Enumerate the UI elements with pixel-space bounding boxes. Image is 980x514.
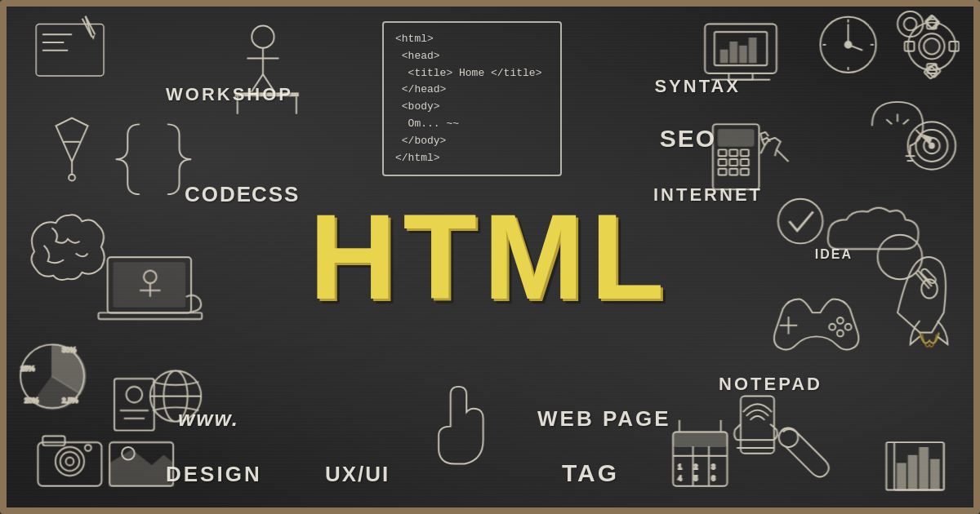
svg-point-129 — [837, 330, 844, 337]
svg-text:2: 2 — [693, 463, 697, 471]
svg-text:30%: 30% — [62, 346, 77, 354]
svg-rect-121 — [898, 463, 906, 490]
svg-rect-55 — [719, 169, 727, 175]
svg-rect-80 — [98, 312, 202, 319]
svg-text:25%: 25% — [20, 364, 35, 372]
svg-rect-51 — [741, 149, 749, 156]
www-label: www. — [178, 406, 239, 432]
svg-rect-57 — [741, 169, 749, 175]
svg-point-67 — [929, 144, 934, 148]
svg-rect-37 — [949, 42, 959, 51]
chalkboard: HTML <html> <head> <title> Home </title>… — [0, 0, 980, 514]
svg-line-63 — [903, 119, 909, 124]
css-label: CSS — [252, 182, 300, 207]
notepad-label: NOTEPAD — [719, 374, 822, 395]
svg-marker-7 — [92, 34, 96, 40]
svg-point-46 — [69, 175, 75, 181]
svg-point-96 — [60, 452, 79, 471]
svg-rect-54 — [741, 159, 749, 166]
svg-text:6: 6 — [711, 474, 715, 482]
svg-point-90 — [127, 387, 142, 402]
svg-rect-124 — [931, 460, 939, 490]
svg-text:1: 1 — [678, 463, 682, 471]
svg-point-42 — [924, 38, 939, 54]
idea-label: IDEA — [815, 247, 853, 262]
svg-line-58 — [777, 149, 789, 162]
svg-rect-30 — [740, 47, 746, 62]
svg-rect-48 — [719, 130, 754, 145]
svg-point-130 — [829, 324, 835, 330]
svg-rect-28 — [721, 51, 728, 63]
syntax-label: SYNTAX — [654, 76, 741, 97]
svg-line-62 — [886, 119, 892, 124]
svg-rect-36 — [905, 42, 915, 51]
svg-text:5: 5 — [693, 474, 697, 482]
design-label: DESIGN — [166, 462, 262, 487]
svg-rect-31 — [750, 38, 756, 62]
svg-point-44 — [904, 18, 917, 31]
svg-text:20%: 20% — [24, 396, 39, 404]
svg-point-97 — [66, 458, 74, 466]
svg-rect-94 — [42, 436, 65, 445]
workshop-label: WORKSHOP — [166, 84, 293, 105]
svg-text:3: 3 — [711, 463, 715, 471]
webpage-label: WEB PAGE — [537, 406, 671, 432]
svg-rect-56 — [729, 169, 737, 175]
svg-rect-102 — [673, 432, 727, 446]
svg-rect-52 — [719, 159, 727, 166]
svg-point-98 — [85, 445, 91, 451]
svg-point-8 — [252, 25, 274, 47]
svg-point-127 — [837, 317, 844, 324]
uxui-label: UX/UI — [325, 462, 390, 487]
svg-text:2.5%: 2.5% — [62, 396, 78, 404]
code-label: CODE — [185, 182, 252, 207]
svg-point-43 — [898, 11, 923, 37]
svg-point-70 — [778, 199, 823, 244]
svg-rect-93 — [38, 442, 101, 486]
svg-text:4: 4 — [678, 474, 682, 482]
svg-rect-123 — [920, 448, 928, 490]
svg-point-71 — [878, 235, 923, 280]
tag-label: TAG — [562, 459, 619, 487]
seo-label: SEO — [660, 125, 716, 153]
svg-rect-29 — [730, 42, 737, 62]
svg-rect-49 — [719, 149, 727, 156]
svg-rect-122 — [909, 456, 917, 490]
svg-rect-53 — [729, 159, 737, 166]
internet-label: INTERNET — [653, 184, 763, 206]
svg-point-128 — [845, 324, 852, 330]
svg-rect-50 — [729, 149, 737, 156]
